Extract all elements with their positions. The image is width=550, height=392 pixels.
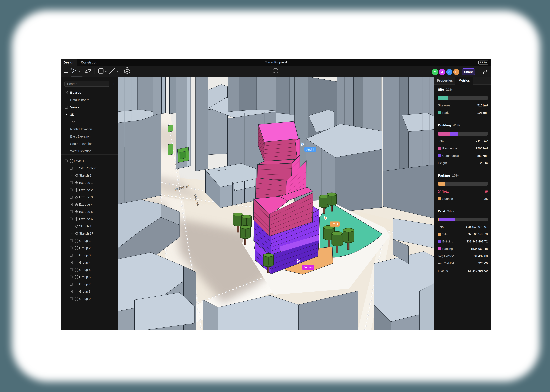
svg-text:Paul: Paul — [332, 222, 338, 226]
svg-text:Andrii: Andrii — [306, 148, 314, 151]
svg-text:James: James — [304, 266, 313, 269]
